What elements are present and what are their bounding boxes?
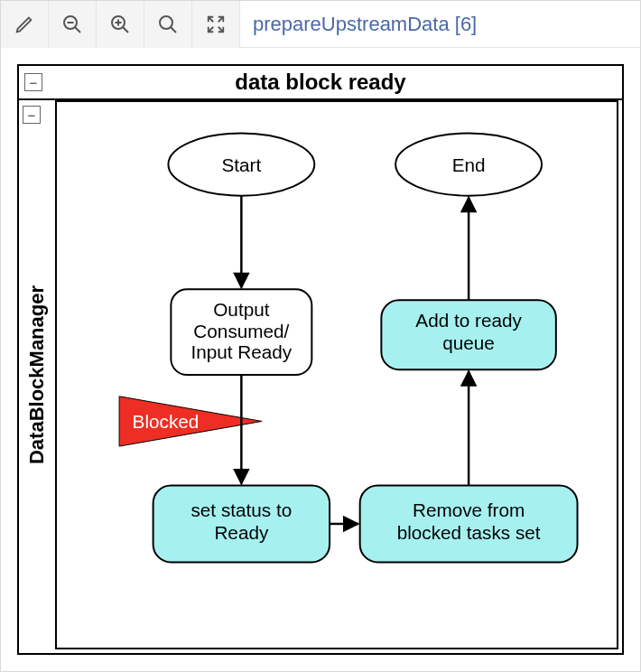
outer-title-row: − data block ready	[19, 66, 622, 100]
zoom-out-button[interactable]	[49, 1, 97, 48]
breadcrumb-label: prepareUpstreamData [6]	[253, 13, 477, 36]
node-end-label: End	[452, 154, 486, 175]
svg-line-1	[75, 27, 80, 33]
minus-icon: −	[30, 76, 38, 89]
swimlane-label: DataBlockManager	[25, 285, 49, 464]
node-start[interactable]: Start	[168, 134, 314, 196]
node-blocked-label: Blocked	[133, 411, 200, 432]
node-rb-line1: Remove from	[413, 499, 525, 520]
zoom-in-icon	[109, 14, 131, 35]
pencil-icon	[14, 14, 34, 34]
node-aq-line1: Add to ready	[415, 310, 522, 331]
zoom-in-button[interactable]	[97, 1, 144, 48]
svg-line-4	[123, 27, 128, 33]
node-remove-blocked[interactable]: Remove from blocked tasks set	[360, 486, 578, 563]
diagram-outer-frame: − data block ready − DataBlockManager	[17, 64, 624, 655]
fullscreen-button[interactable]	[192, 1, 240, 48]
outer-title: data block ready	[19, 70, 622, 95]
app-frame: prepareUpstreamData [6] − data block rea…	[0, 0, 641, 672]
node-oc-line3: Input Ready	[190, 341, 292, 362]
node-end[interactable]: End	[395, 134, 542, 196]
node-sr-line2: Ready	[214, 522, 269, 543]
svg-line-8	[171, 27, 176, 33]
node-output-consumed[interactable]: Output Consumed/ Input Ready	[171, 289, 311, 375]
zoom-out-icon	[61, 14, 83, 35]
svg-point-7	[160, 16, 172, 29]
edit-button[interactable]	[1, 1, 49, 48]
node-rb-line2: blocked tasks set	[397, 522, 541, 543]
zoom-reset-button[interactable]	[144, 1, 192, 48]
node-set-ready[interactable]: set status to Ready	[153, 486, 330, 563]
toolbar: prepareUpstreamData [6]	[1, 1, 640, 48]
breadcrumb[interactable]: prepareUpstreamData [6]	[240, 1, 640, 48]
magnifier-icon	[157, 14, 179, 35]
node-sr-line1: set status to	[190, 499, 292, 520]
swimlane-collapse-button[interactable]: −	[23, 106, 41, 124]
minus-icon: −	[28, 108, 36, 122]
flowchart-svg: Start End Output Consumed/ Input Ready	[57, 102, 617, 646]
swimlane-frame: Start End Output Consumed/ Input Ready	[55, 100, 618, 649]
node-aq-line2: queue	[442, 332, 495, 353]
swimlane-label-container: DataBlockManager	[19, 100, 55, 649]
node-oc-line1: Output	[213, 299, 269, 320]
node-start-label: Start	[221, 154, 261, 175]
diagram-canvas: − data block ready − DataBlockManager	[17, 64, 624, 655]
node-add-ready-queue[interactable]: Add to ready queue	[381, 300, 555, 369]
outer-collapse-button[interactable]: −	[24, 73, 42, 91]
node-oc-line2: Consumed/	[193, 321, 289, 341]
expand-icon	[206, 14, 226, 34]
